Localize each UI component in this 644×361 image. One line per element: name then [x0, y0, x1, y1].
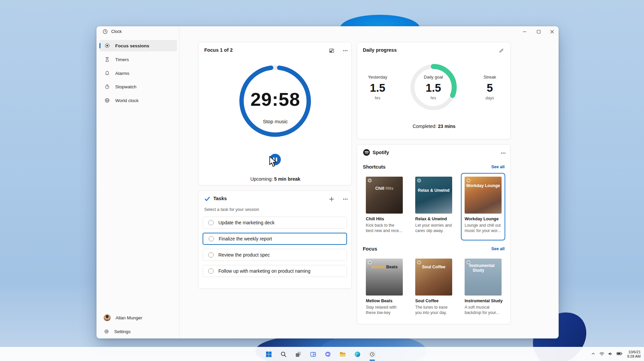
sidebar-item-label: World clock [115, 98, 139, 103]
hourglass-icon [104, 56, 110, 62]
playlist-title: Workday Lounge [465, 217, 502, 221]
sidebar-item-label: Focus sessions [115, 43, 149, 48]
edge-button[interactable] [351, 348, 364, 361]
playlist-tile-chill-hits[interactable]: Chill Hits Chill Hits Kick back to the b… [362, 173, 406, 240]
tasks-subtitle: Select a task for your session [204, 207, 259, 212]
playlist-tile-mellow-beats[interactable]: Mellow Beats Mellow Beats Stay relaxed w… [362, 255, 406, 322]
selected-indicator [99, 43, 100, 48]
picture-in-picture-icon [329, 48, 335, 54]
stat-yesterday: Yesterday 1.5 hrs [356, 75, 399, 100]
task-view-button[interactable] [292, 348, 305, 361]
plus-icon [329, 196, 334, 202]
close-button[interactable] [545, 27, 559, 37]
tasks-more-button[interactable] [340, 195, 350, 204]
volume-icon[interactable] [607, 351, 614, 358]
bell-icon [104, 70, 110, 76]
task-row-review-product-spec[interactable]: Review the product spec [203, 249, 347, 261]
taskbar-icons [262, 348, 379, 361]
spotify-mini-icon [417, 178, 421, 183]
sidebar-item-stopwatch[interactable]: Stopwatch [99, 81, 177, 92]
sidebar-item-world-clock[interactable]: World clock [99, 95, 177, 106]
playlist-artwork: Workday Lounge [465, 177, 502, 214]
clock-app-taskbar-button[interactable] [366, 348, 379, 361]
task-row-finalize-weekly-report[interactable]: Finalize the weekly report [203, 233, 347, 245]
widgets-icon [309, 351, 317, 358]
mouse-cursor [268, 156, 278, 167]
windows-start-icon [265, 351, 272, 358]
spotify-mini-icon [368, 260, 372, 265]
sidebar-item-label: Timers [115, 57, 129, 62]
daily-progress-title: Daily progress [363, 47, 397, 53]
playlist-tile-soul-coffee[interactable]: Soul Coffee Soul Coffee The tunes to eas… [412, 255, 456, 322]
task-row-update-marketing-deck[interactable]: Update the marketing deck [203, 217, 347, 229]
file-explorer-button[interactable] [336, 348, 349, 361]
tray-datetime[interactable]: 10/6/21 9:28 AM [625, 350, 641, 359]
compact-view-button[interactable] [327, 46, 337, 55]
task-radio[interactable] [208, 252, 214, 258]
tray-date: 10/6/21 [627, 350, 641, 354]
playlist-tile-instrumental-study[interactable]: Instrumental Study Instrumental Study A … [461, 255, 505, 322]
ellipsis-icon [343, 196, 348, 202]
completed-summary: Completed: 23 mins [357, 124, 511, 129]
sidebar-item-alarms[interactable]: Alarms [99, 67, 177, 79]
playlist-description: The tunes to ease you into your day. [415, 305, 452, 315]
spotify-mini-icon [417, 260, 421, 265]
user-name: Allan Munger [116, 315, 142, 320]
task-radio[interactable] [208, 268, 214, 274]
maximize-button[interactable] [531, 27, 546, 37]
daily-progress-card: Daily progress Yesterday 1.5 hrs Daily g… [357, 42, 511, 139]
playlist-artwork: Relax & Unwind [415, 177, 452, 214]
clock-taskbar-icon [369, 351, 376, 358]
wifi-icon[interactable] [599, 351, 605, 358]
playlist-title: Chill Hits [366, 217, 403, 221]
start-button[interactable] [262, 348, 275, 361]
system-tray: 10/6/21 9:28 AM [590, 347, 641, 361]
search-button[interactable] [277, 348, 290, 361]
focus-see-all-link[interactable]: See all [491, 246, 505, 251]
search-icon [280, 351, 287, 358]
task-label: Finalize the weekly report [219, 236, 272, 241]
chat-button[interactable] [321, 348, 335, 361]
edit-goal-button[interactable] [496, 46, 506, 55]
file-explorer-icon [339, 351, 346, 358]
stat-streak: Streak 5 days [468, 75, 512, 100]
playlist-tile-workday-lounge[interactable]: Workday Lounge Workday Lounge Lounge and… [461, 173, 505, 240]
globe-icon [104, 97, 110, 103]
playlist-title: Soul Coffee [415, 299, 452, 303]
ellipsis-icon [343, 48, 348, 53]
focus-section-label: Focus [363, 246, 377, 252]
stop-music-toggle[interactable]: Stop music [199, 119, 352, 124]
spotify-card: Spotify Shortcuts See all Chill Hits Chi… [357, 144, 511, 324]
shortcuts-section-label: Shortcuts [363, 164, 386, 170]
widgets-button[interactable] [306, 348, 320, 361]
playlist-artwork: Chill Hits [366, 177, 403, 214]
sidebar-user[interactable]: Allan Munger [99, 312, 177, 323]
shortcuts-see-all-link[interactable]: See all [491, 165, 505, 169]
playlist-description: A soft musical backdrop for your... [465, 305, 502, 315]
focus-card-more-button[interactable] [340, 46, 350, 55]
active-app-indicator [370, 360, 375, 361]
playlist-tile-relax-unwind[interactable]: Relax & Unwind Relax & Unwind Let your w… [412, 173, 456, 240]
task-label: Follow up with marketing on product nami… [218, 268, 310, 274]
task-view-icon [295, 351, 302, 358]
playlist-artwork: Instrumental Study [465, 259, 502, 296]
tray-chevron-up-icon[interactable] [590, 351, 596, 358]
gear-icon [103, 328, 110, 334]
add-task-button[interactable] [327, 195, 337, 204]
spotify-more-button[interactable] [498, 149, 508, 157]
task-row-follow-up-marketing[interactable]: Follow up with marketing on product nami… [203, 265, 347, 277]
playlist-title: Instrumental Study [465, 299, 502, 303]
sidebar-item-settings[interactable]: Settings [99, 326, 177, 337]
playlist-description: Lounge and chill out music for your wor.… [465, 223, 502, 233]
upcoming-break-text: Upcoming: 5 min break [199, 176, 352, 182]
task-radio[interactable] [208, 220, 214, 225]
timer-remaining: 29:58 [199, 88, 352, 110]
sidebar-item-timers[interactable]: Timers [99, 54, 177, 65]
minimize-button[interactable] [517, 27, 531, 37]
battery-icon[interactable] [616, 350, 623, 358]
clock-app-window: Clock Focus sessions Timers Alarms [96, 26, 559, 339]
task-radio[interactable] [209, 236, 214, 241]
stat-daily-goal: Daily goal 1.5 hrs [412, 75, 455, 100]
playlist-description: Kick back to the best new and rece... [366, 223, 403, 233]
sidebar-item-focus-sessions[interactable]: Focus sessions [99, 40, 177, 51]
